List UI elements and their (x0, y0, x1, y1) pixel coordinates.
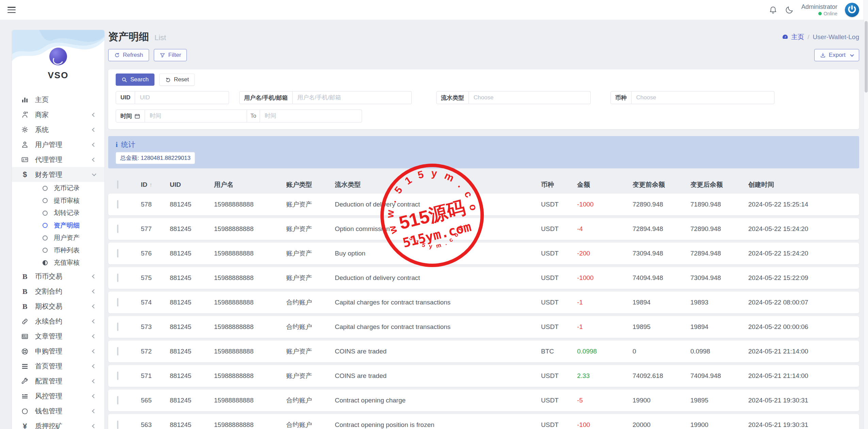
cell-username: 15988888888 (214, 225, 286, 233)
cell-id: 563 (141, 421, 170, 429)
cell-id: 573 (141, 323, 170, 331)
sidebar-item-9[interactable]: B期权交易 (12, 299, 104, 314)
cell-balance-after: 71890.948 (690, 201, 748, 208)
cell-id: 565 (141, 397, 170, 404)
sidebar-item-4[interactable]: 用户管理 (12, 137, 104, 152)
user-info: Administrator Online (801, 3, 837, 17)
sidebar-item-14[interactable]: 配置管理 (12, 374, 104, 389)
sidebar-item-label: 交割合约 (35, 287, 93, 296)
cell-id: 575 (141, 274, 170, 282)
newspaper-icon (21, 332, 29, 341)
row-checkbox[interactable] (117, 323, 118, 331)
cell-amount: -4 (577, 225, 633, 233)
search-button[interactable]: Search (116, 73, 154, 86)
total-amount-value: 1280481.88229013 (141, 155, 191, 161)
sidebar-item-13[interactable]: 首页管理 (12, 359, 104, 374)
gear-icon (21, 126, 29, 134)
chart-bars-icon (21, 96, 29, 104)
cell-flow-type: Buy option (335, 250, 541, 257)
cell-coin: USDT (541, 372, 577, 380)
sidebar-subitem-划转记录[interactable]: 划转记录 (12, 207, 104, 219)
scrollbar-track[interactable] (864, 0, 868, 429)
sidebar-item-6[interactable]: $财务管理 (12, 167, 104, 182)
cell-created-at: 2024-05-22 15:24:20 (748, 225, 850, 233)
sidebar-subitem-提币审核[interactable]: 提币审核 (12, 195, 104, 207)
flow-type-select[interactable] (469, 91, 591, 104)
sidebar-item-1[interactable]: 主页 (12, 92, 104, 107)
cell-coin: USDT (541, 274, 577, 282)
row-checkbox[interactable] (117, 200, 118, 209)
chevron-left-icon (92, 334, 96, 339)
time-to-input[interactable] (260, 110, 362, 122)
sidebar-item-7[interactable]: B币币交易 (12, 269, 104, 284)
export-button[interactable]: Export (814, 49, 859, 61)
row-checkbox[interactable] (117, 396, 118, 405)
sidebar-subitem-币种列表[interactable]: 币种列表 (12, 244, 104, 257)
cell-coin: USDT (541, 397, 577, 404)
column-account-type: 账户类型 (286, 180, 335, 189)
cell-balance-before: 74092.618 (633, 372, 690, 380)
coin-select[interactable] (632, 91, 774, 104)
uid-input[interactable] (135, 91, 229, 104)
logo: VSO (12, 48, 104, 81)
cell-coin: USDT (541, 250, 577, 257)
sidebar-item-17[interactable]: ¥质押挖矿 (12, 419, 104, 429)
select-all-checkbox[interactable] (117, 180, 118, 189)
cell-balance-before: 73094.948 (633, 250, 690, 257)
sidebar-item-2[interactable]: 商家 (12, 107, 104, 122)
row-checkbox[interactable] (117, 274, 118, 282)
cell-uid: 881245 (170, 372, 214, 380)
breadcrumb-home-link[interactable]: 主页 (782, 33, 804, 42)
sidebar-subitem-资产明细[interactable]: 资产明细 (12, 219, 104, 232)
cell-flow-type: Capital charges for contract transaction… (335, 299, 541, 306)
sidebar-item-label: 系统 (35, 125, 93, 134)
username-input[interactable] (293, 91, 412, 104)
dark-mode-moon-icon[interactable] (785, 5, 794, 14)
chevron-left-icon (92, 113, 96, 117)
refresh-button[interactable]: Refresh (108, 49, 149, 61)
cell-created-at: 2024-05-22 08:00:07 (748, 299, 850, 306)
sidebar-item-16[interactable]: 钱包管理 (12, 404, 104, 419)
scrollbar-thumb[interactable] (865, 21, 868, 93)
filter-button[interactable]: Filter (154, 49, 187, 61)
sidebar-item-10[interactable]: 永续合约 (12, 314, 104, 329)
bell-icon[interactable] (769, 5, 777, 14)
sidebar-item-label: 质押挖矿 (35, 422, 93, 429)
hamburger-menu-icon[interactable] (7, 7, 16, 13)
sidebar-item-label: 代理管理 (35, 155, 93, 164)
page-title: 资产明细 (108, 30, 149, 44)
row-checkbox-cell (117, 250, 141, 257)
sidebar-item-label: 钱包管理 (35, 407, 93, 416)
sidebar-item-8[interactable]: B交割合约 (12, 284, 104, 299)
chevron-left-icon (92, 319, 96, 324)
sidebar-subitem-用户资产[interactable]: 用户资产 (12, 232, 104, 244)
table-row: 57388124515988888888合约账户Capital charges … (108, 316, 859, 338)
sort-ascending-icon: ↑ (149, 182, 152, 188)
sidebar-subitem-label: 充币记录 (54, 184, 80, 193)
column-id[interactable]: ID↑ (141, 181, 170, 188)
sidebar-item-15[interactable]: 风控管理 (12, 389, 104, 404)
avatar[interactable] (845, 3, 859, 17)
wrench-icon (21, 377, 29, 385)
row-checkbox[interactable] (117, 347, 118, 356)
cell-uid: 881245 (170, 397, 214, 404)
sidebar-item-5[interactable]: 代理管理 (12, 152, 104, 167)
sidebar-item-12[interactable]: 申购管理 (12, 344, 104, 359)
sidebar-item-3[interactable]: 系统 (12, 122, 104, 137)
cell-balance-after: 19893 (690, 299, 748, 306)
dollar-icon: $ (21, 170, 29, 179)
user-icon (21, 141, 29, 149)
row-checkbox[interactable] (117, 249, 118, 258)
sidebar-subitem-充值审核[interactable]: 充值审核 (12, 257, 104, 269)
row-checkbox[interactable] (117, 225, 118, 233)
row-checkbox[interactable] (117, 298, 118, 307)
time-from-input[interactable] (145, 110, 247, 122)
column-coin: 币种 (541, 180, 577, 189)
reset-button[interactable]: Reset (159, 73, 195, 86)
sidebar-subitem-充币记录[interactable]: 充币记录 (12, 182, 104, 195)
sidebar-item-label: 用户管理 (35, 140, 93, 149)
sidebar-item-11[interactable]: 文章管理 (12, 329, 104, 344)
sidebar-item-label: 主页 (35, 95, 96, 104)
row-checkbox[interactable] (117, 372, 118, 380)
row-checkbox[interactable] (117, 420, 118, 429)
